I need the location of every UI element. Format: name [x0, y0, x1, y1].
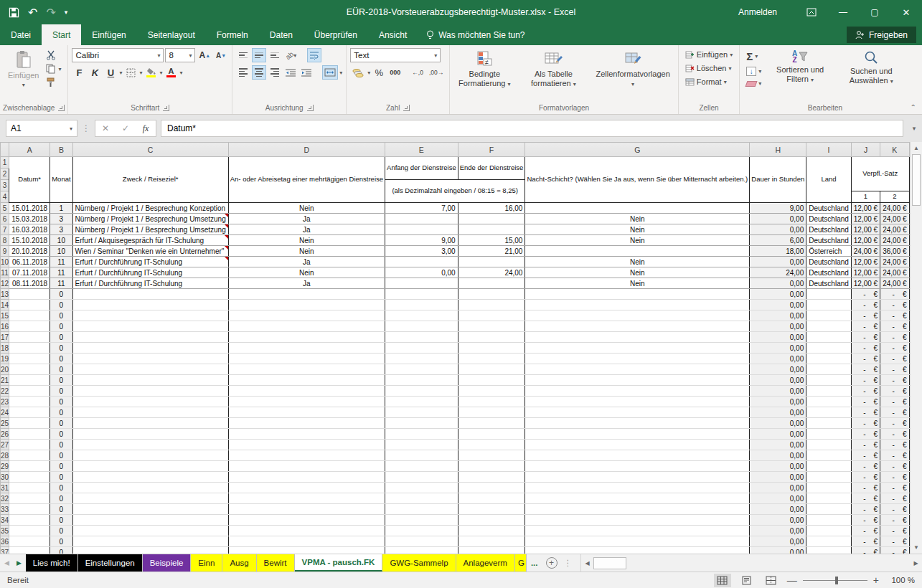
cell-D8[interactable]: Nein: [228, 235, 385, 246]
cell-G37[interactable]: [525, 547, 750, 554]
cell-I21[interactable]: [806, 375, 852, 386]
cell-E20[interactable]: [385, 364, 458, 375]
cell-D24[interactable]: [228, 407, 385, 418]
cell-F14[interactable]: [458, 300, 525, 310]
cell-K17[interactable]: - €: [880, 332, 909, 343]
cell-C7[interactable]: Nürnberg / Projekt 1 / Besprechung Umset…: [72, 224, 228, 235]
cell-B25[interactable]: 0: [50, 418, 72, 429]
cell-J37[interactable]: - €: [851, 547, 880, 554]
decrease-indent-icon[interactable]: [283, 65, 298, 80]
cell-F6[interactable]: [458, 214, 525, 224]
cell-F13[interactable]: [458, 289, 525, 300]
cell-B6[interactable]: 3: [50, 214, 72, 224]
cell-H27[interactable]: 0,00: [750, 440, 806, 450]
cell-K16[interactable]: - €: [880, 321, 909, 332]
cell-F25[interactable]: [458, 418, 525, 429]
cell-D7[interactable]: Ja: [228, 224, 385, 235]
cell-H10[interactable]: 0,00: [750, 257, 806, 267]
cell-B15[interactable]: 0: [50, 310, 72, 321]
cell-B23[interactable]: 0: [50, 397, 72, 407]
cell-F37[interactable]: [458, 547, 525, 554]
cell-H19[interactable]: 0,00: [750, 354, 806, 364]
cell-F30[interactable]: [458, 472, 525, 483]
row-header-25[interactable]: 25: [1, 418, 9, 429]
cell-K26[interactable]: - €: [880, 429, 909, 440]
cell-C8[interactable]: Erfurt / Akquisegespräch für IT-Schulung: [72, 235, 228, 246]
maximize-button[interactable]: ▢: [859, 0, 890, 24]
cell-K24[interactable]: - €: [880, 407, 909, 418]
row-header-23[interactable]: 23: [1, 397, 9, 407]
cell-I15[interactable]: [806, 310, 852, 321]
cell-H12[interactable]: 0,00: [750, 278, 806, 289]
sheet-tab-einstellungen[interactable]: Einstellungen: [78, 554, 143, 572]
cell-D17[interactable]: [228, 332, 385, 343]
increase-indent-icon[interactable]: [299, 65, 314, 80]
cell-J35[interactable]: - €: [851, 526, 880, 536]
cell-G23[interactable]: [525, 397, 750, 407]
column-header-E[interactable]: E: [385, 143, 458, 157]
header-cell[interactable]: Verpfl.-Satz: [851, 157, 909, 191]
cell-H31[interactable]: 0,00: [750, 483, 806, 493]
cell-C33[interactable]: [72, 504, 228, 515]
cell-K8[interactable]: 24,00 €: [880, 235, 909, 246]
more-sheets-indicator[interactable]: ...: [527, 554, 542, 572]
cell-I9[interactable]: Österreich: [806, 246, 852, 257]
cell-A10[interactable]: 06.11.2018: [9, 257, 50, 267]
cell-J30[interactable]: - €: [851, 472, 880, 483]
cell-C32[interactable]: [72, 493, 228, 504]
copy-icon[interactable]: ▾: [44, 63, 62, 75]
cell-A13[interactable]: [9, 289, 50, 300]
cell-B11[interactable]: 11: [50, 267, 72, 278]
cell-I30[interactable]: [806, 472, 852, 483]
cell-D19[interactable]: [228, 354, 385, 364]
tab-einfuegen[interactable]: Einfügen: [81, 24, 136, 45]
cell-J11[interactable]: 12,00 €: [851, 267, 880, 278]
cell-G25[interactable]: [525, 418, 750, 429]
font-size-combo[interactable]: 8▾: [165, 48, 195, 62]
cell-B8[interactable]: 10: [50, 235, 72, 246]
cell-K23[interactable]: - €: [880, 397, 909, 407]
cell-K9[interactable]: 36,00 €: [880, 246, 909, 257]
cell-J18[interactable]: - €: [851, 343, 880, 354]
cell-A17[interactable]: [9, 332, 50, 343]
cell-E6[interactable]: [385, 214, 458, 224]
cell-K10[interactable]: 24,00 €: [880, 257, 909, 267]
cell-J13[interactable]: - €: [851, 289, 880, 300]
cell-G6[interactable]: Nein: [525, 214, 750, 224]
align-center-icon[interactable]: [252, 65, 266, 80]
cell-D11[interactable]: Nein: [228, 267, 385, 278]
cell-E19[interactable]: [385, 354, 458, 364]
header-cell[interactable]: Nacht-Schicht? (Wählen Sie Ja aus, wenn …: [525, 157, 750, 203]
cell-G29[interactable]: [525, 461, 750, 472]
cell-K35[interactable]: - €: [880, 526, 909, 536]
cell-F10[interactable]: [458, 257, 525, 267]
row-header-37[interactable]: 37: [1, 547, 9, 554]
save-icon[interactable]: [9, 7, 19, 18]
horizontal-scroll-thumb[interactable]: [593, 557, 626, 569]
cell-A30[interactable]: [9, 472, 50, 483]
cell-H22[interactable]: 0,00: [750, 386, 806, 397]
row-header-8[interactable]: 8: [1, 235, 9, 246]
row-header-16[interactable]: 16: [1, 321, 9, 332]
enter-icon[interactable]: ✓: [116, 123, 136, 133]
cell-J25[interactable]: - €: [851, 418, 880, 429]
cell-C29[interactable]: [72, 461, 228, 472]
new-sheet-button[interactable]: +: [542, 554, 561, 572]
cell-F21[interactable]: [458, 375, 525, 386]
cell-F7[interactable]: [458, 224, 525, 235]
cell-A27[interactable]: [9, 440, 50, 450]
cell-K30[interactable]: - €: [880, 472, 909, 483]
cell-F11[interactable]: 24,00: [458, 267, 525, 278]
column-header-H[interactable]: H: [750, 143, 806, 157]
cell-I12[interactable]: Deutschland: [806, 278, 852, 289]
column-header-I[interactable]: I: [806, 143, 852, 157]
header-cell[interactable]: Anfang der Dienstreise: [385, 157, 458, 180]
cell-E28[interactable]: [385, 450, 458, 461]
cell-G12[interactable]: Nein: [525, 278, 750, 289]
cell-F31[interactable]: [458, 483, 525, 493]
cell-J21[interactable]: - €: [851, 375, 880, 386]
cell-A14[interactable]: [9, 300, 50, 310]
tab-datei[interactable]: Datei: [0, 24, 42, 45]
row-header-1[interactable]: 1: [1, 157, 9, 169]
cell-J16[interactable]: - €: [851, 321, 880, 332]
